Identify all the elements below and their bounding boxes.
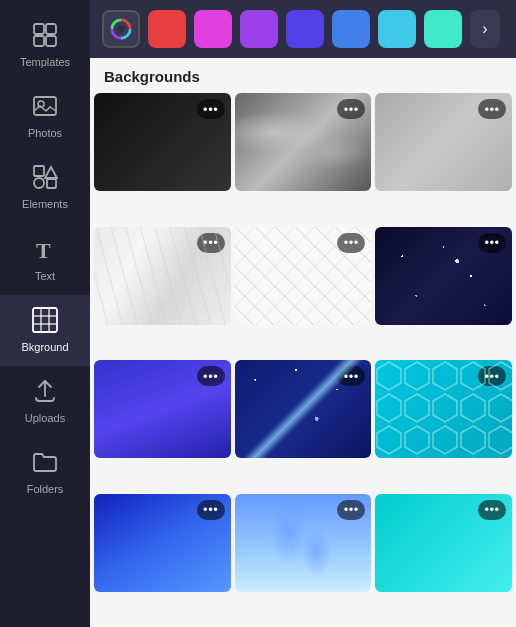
sidebar-item-label-uploads: Uploads xyxy=(25,412,65,425)
section-title: Backgrounds xyxy=(90,58,516,93)
sidebar: Templates Photos Elements T Text Bkgroun… xyxy=(0,0,90,627)
svg-rect-9 xyxy=(47,179,56,188)
templates-icon xyxy=(32,22,58,52)
background-more-button-bg1[interactable]: ••• xyxy=(197,99,225,119)
background-more-button-bg5[interactable]: ••• xyxy=(337,233,365,253)
color-swatch-4[interactable] xyxy=(332,10,370,48)
background-more-button-bg12[interactable]: ••• xyxy=(478,500,506,520)
background-cell-bg4[interactable]: ••• xyxy=(94,227,231,325)
svg-rect-1 xyxy=(46,24,56,34)
sidebar-item-folders[interactable]: Folders xyxy=(0,437,90,508)
uploads-icon xyxy=(32,378,58,408)
background-cell-bg11[interactable]: ••• xyxy=(235,494,372,592)
photos-icon xyxy=(32,93,58,123)
background-cell-bg6[interactable]: ••• xyxy=(375,227,512,325)
color-swatch-5[interactable] xyxy=(378,10,416,48)
svg-point-17 xyxy=(117,25,124,32)
sidebar-item-label-elements: Elements xyxy=(22,198,68,211)
color-swatch-0[interactable] xyxy=(148,10,186,48)
svg-rect-2 xyxy=(34,36,44,46)
background-cell-bg7[interactable]: ••• xyxy=(94,360,231,458)
background-cell-bg12[interactable]: ••• xyxy=(375,494,512,592)
background-cell-bg8[interactable]: ••• xyxy=(235,360,372,458)
background-cell-bg5[interactable]: ••• xyxy=(235,227,372,325)
sidebar-item-text[interactable]: T Text xyxy=(0,224,90,295)
sidebar-item-label-text: Text xyxy=(35,270,55,283)
sidebar-item-templates[interactable]: Templates xyxy=(0,10,90,81)
svg-rect-4 xyxy=(34,97,56,115)
bkground-icon xyxy=(32,307,58,337)
elements-icon xyxy=(32,164,58,194)
background-more-button-bg6[interactable]: ••• xyxy=(478,233,506,253)
sidebar-item-label-photos: Photos xyxy=(28,127,62,140)
svg-rect-0 xyxy=(34,24,44,34)
palette-scroll-right[interactable]: › xyxy=(470,10,500,48)
sidebar-item-uploads[interactable]: Uploads xyxy=(0,366,90,437)
background-cell-bg10[interactable]: ••• xyxy=(94,494,231,592)
background-more-button-bg7[interactable]: ••• xyxy=(197,366,225,386)
background-more-button-bg9[interactable]: ••• xyxy=(478,366,506,386)
background-cell-bg9[interactable]: ••• xyxy=(375,360,512,458)
sidebar-item-elements[interactable]: Elements xyxy=(0,152,90,223)
main-content: › Backgrounds ••••••••••••••••••••••••••… xyxy=(90,0,516,627)
background-more-button-bg8[interactable]: ••• xyxy=(337,366,365,386)
folders-icon xyxy=(32,449,58,479)
background-more-button-bg10[interactable]: ••• xyxy=(197,500,225,520)
background-cell-bg1[interactable]: ••• xyxy=(94,93,231,191)
backgrounds-grid: •••••••••••••••••••••••••••••••••••• xyxy=(90,93,516,627)
svg-text:T: T xyxy=(36,238,51,262)
color-swatch-3[interactable] xyxy=(286,10,324,48)
background-more-button-bg11[interactable]: ••• xyxy=(337,500,365,520)
palette-bar: › xyxy=(90,0,516,58)
text-icon: T xyxy=(32,236,58,266)
background-cell-bg3[interactable]: ••• xyxy=(375,93,512,191)
sidebar-item-bkground[interactable]: Bkground xyxy=(0,295,90,366)
background-cell-bg2[interactable]: ••• xyxy=(235,93,372,191)
color-swatch-2[interactable] xyxy=(240,10,278,48)
svg-rect-11 xyxy=(33,308,57,332)
sidebar-item-label-bkground: Bkground xyxy=(21,341,68,354)
color-wheel-button[interactable] xyxy=(102,10,140,48)
svg-rect-3 xyxy=(46,36,56,46)
color-swatch-6[interactable] xyxy=(424,10,462,48)
color-swatch-1[interactable] xyxy=(194,10,232,48)
sidebar-item-photos[interactable]: Photos xyxy=(0,81,90,152)
svg-point-8 xyxy=(34,178,44,188)
svg-marker-7 xyxy=(45,167,57,178)
sidebar-item-label-templates: Templates xyxy=(20,56,70,69)
background-more-button-bg2[interactable]: ••• xyxy=(337,99,365,119)
background-more-button-bg4[interactable]: ••• xyxy=(197,233,225,253)
background-more-button-bg3[interactable]: ••• xyxy=(478,99,506,119)
sidebar-item-label-folders: Folders xyxy=(27,483,64,496)
svg-rect-6 xyxy=(34,166,44,176)
